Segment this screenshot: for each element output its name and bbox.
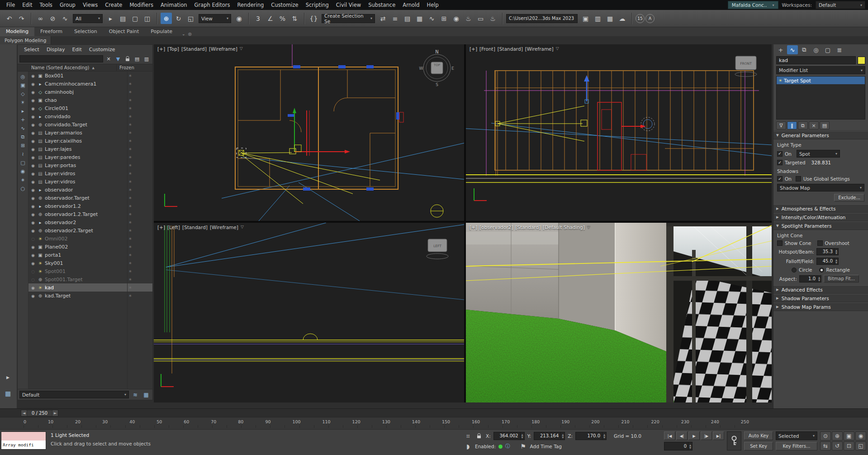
zoom-extents-icon[interactable]: ▣: [844, 431, 854, 441]
angle-snap-icon[interactable]: ∠: [265, 13, 276, 24]
set-key-button[interactable]: Set Key: [744, 442, 773, 450]
viewport-label-segment[interactable]: [Front]: [479, 46, 495, 52]
ribbon-pin-icon[interactable]: ◎: [188, 32, 192, 36]
scene-object-row[interactable]: kad.Target ∗: [28, 292, 152, 300]
scene-object-row[interactable]: Layer:vidros ∗: [28, 169, 152, 177]
visibility-icon[interactable]: [29, 195, 37, 201]
edit-named-selection-icon[interactable]: {}: [308, 13, 319, 24]
falloff-spinner[interactable]: 45.0▲▼: [816, 258, 839, 265]
pin-stack-icon[interactable]: ∇: [776, 121, 786, 129]
menu-item[interactable]: Graph Editors: [191, 0, 234, 10]
filter-helpers-icon[interactable]: +: [19, 115, 27, 124]
zoom-extents-all-icon[interactable]: ◉: [855, 431, 866, 441]
next-frame-arrow-icon[interactable]: ►: [52, 411, 58, 415]
filter-geometry-icon[interactable]: ▣: [19, 81, 27, 90]
frozen-toggle[interactable]: ∗: [123, 269, 137, 273]
visibility-icon[interactable]: [29, 130, 37, 136]
scene-object-row[interactable]: observador1.2 ∗: [28, 202, 152, 210]
named-selection-dropdown[interactable]: Create Selection Se▾: [322, 14, 375, 23]
visibility-icon[interactable]: [29, 228, 37, 234]
schematic-view-icon[interactable]: ⊞: [438, 13, 450, 24]
frozen-toggle[interactable]: ∗: [123, 163, 137, 168]
menu-item[interactable]: Substance: [365, 0, 399, 10]
visibility-icon[interactable]: [29, 187, 37, 193]
snap-toggle-icon[interactable]: 3: [252, 13, 264, 24]
selection-filter-dropdown[interactable]: All▾: [73, 14, 103, 23]
scene-object-row[interactable]: convidado.Target ∗: [28, 120, 152, 129]
filter-hidden-icon[interactable]: ○: [19, 184, 27, 193]
visibility-icon[interactable]: [29, 285, 37, 291]
ribbon-tab[interactable]: Object Paint: [103, 27, 145, 36]
frozen-toggle[interactable]: ∗: [123, 98, 137, 102]
visibility-icon[interactable]: [29, 277, 37, 283]
show-end-result-icon[interactable]: ‖: [787, 121, 797, 129]
shadows-on-checkbox[interactable]: [777, 176, 783, 182]
visibility-icon[interactable]: [29, 105, 37, 111]
filter-lights-icon[interactable]: ☀: [19, 98, 27, 107]
create-tab[interactable]: +: [775, 45, 786, 54]
scene-object-row[interactable]: caminhoobj ∗: [28, 88, 152, 96]
bitmap-fit-button[interactable]: Bitmap Fit...: [824, 275, 859, 283]
pan-icon[interactable]: ⇆: [820, 441, 831, 450]
frozen-toggle[interactable]: ∗: [123, 114, 137, 119]
frozen-toggle[interactable]: ∗: [123, 293, 137, 298]
workspace-selector[interactable]: Default▾: [816, 1, 865, 9]
scene-object-row[interactable]: observador2 ∗: [28, 218, 152, 226]
macro-recorder-line[interactable]: [1, 432, 46, 441]
menu-item[interactable]: Civil View: [332, 0, 365, 10]
viewport-filter-icon[interactable]: ▽: [241, 225, 244, 230]
filter-bones-icon[interactable]: ≀: [19, 150, 27, 158]
viewport-front[interactable]: FRONT [+][Front][Standard][Wireframe] ▽: [466, 44, 772, 221]
use-center-icon[interactable]: ◉: [233, 13, 245, 24]
go-to-end-button[interactable]: ▶|: [713, 431, 724, 440]
frozen-toggle[interactable]: ∗: [123, 261, 137, 265]
menu-item[interactable]: Views: [79, 0, 101, 10]
viewport-filter-icon[interactable]: ▽: [556, 46, 559, 52]
layer-manager-icon[interactable]: ▤: [402, 13, 413, 24]
expand-tray-icon[interactable]: ▸: [2, 371, 14, 383]
menu-item[interactable]: Edit: [19, 0, 36, 10]
utilities-tab[interactable]: ≣: [834, 45, 845, 54]
menu-item[interactable]: Scripting: [302, 0, 332, 10]
add-time-tag[interactable]: Add Time Tag: [530, 444, 561, 449]
render-setup-icon[interactable]: ♨: [463, 13, 474, 24]
scene-object-row[interactable]: Layer:vidros ∗: [28, 177, 152, 186]
viewport-label-segment[interactable]: [+]: [157, 46, 165, 52]
scene-object-row[interactable]: observador2.Target ∗: [28, 226, 152, 235]
frozen-toggle[interactable]: ∗: [123, 244, 137, 249]
layer-explorer-icon[interactable]: ▦: [604, 13, 616, 24]
bind-spacewarp-icon[interactable]: ∿: [59, 13, 71, 24]
play-button[interactable]: ▶: [688, 431, 700, 440]
ribbon-tab[interactable]: Populate: [145, 27, 178, 36]
select-move-icon[interactable]: ⊕: [161, 13, 172, 24]
viewport-label-segment[interactable]: [Wireframe]: [210, 225, 238, 230]
viewcube-compass[interactable]: TOP N W E S: [419, 49, 455, 87]
previous-frame-button[interactable]: ◀|: [676, 431, 688, 440]
visibility-icon[interactable]: [29, 211, 37, 217]
filter-frozen-icon[interactable]: ∗: [19, 176, 27, 184]
select-by-name-icon[interactable]: ▤: [117, 13, 128, 24]
rect-region-icon[interactable]: ▢: [129, 13, 141, 24]
rollout-header-advanced-effects[interactable]: ▶Advanced Effects: [773, 285, 868, 294]
filter-containers-icon[interactable]: ▢: [19, 158, 27, 167]
scene-object-row[interactable]: Layer:paredes ∗: [28, 153, 152, 161]
zoom-region-icon[interactable]: ⊡: [844, 441, 854, 450]
scene-object-row[interactable]: Layer:portas ∗: [28, 161, 152, 169]
modifier-stack-item[interactable]: ☀ Target Spot: [777, 77, 865, 84]
light-on-checkbox[interactable]: [777, 151, 783, 157]
frozen-toggle[interactable]: ∗: [123, 122, 137, 127]
rollout-header-atmospheres[interactable]: ▶Atmospheres & Effects: [773, 204, 868, 213]
visibility-icon[interactable]: [29, 138, 37, 144]
overshoot-checkbox[interactable]: [817, 240, 823, 246]
column-chooser-icon[interactable]: ▤: [133, 55, 141, 63]
mirror-icon[interactable]: ⇄: [377, 13, 389, 24]
frozen-toggle[interactable]: ∗: [123, 155, 137, 159]
time-slider-handle[interactable]: 0 / 250: [27, 410, 52, 416]
filter-all-icon[interactable]: ◎: [19, 72, 27, 81]
rollout-header-intensity[interactable]: ▶Intensity/Color/Attenuation: [773, 213, 868, 221]
viewport-filter-icon[interactable]: ▽: [240, 46, 243, 52]
circle-radio[interactable]: [792, 268, 797, 273]
unlink-icon[interactable]: ⊘: [47, 13, 58, 24]
rectangle-radio[interactable]: [819, 268, 824, 273]
rendered-frame-icon[interactable]: ▭: [475, 13, 486, 24]
